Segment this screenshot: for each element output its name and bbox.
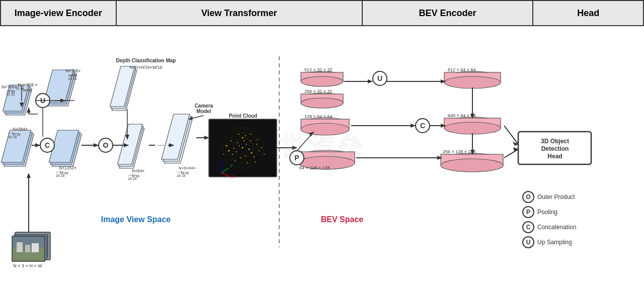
svg-point-114 bbox=[226, 145, 227, 147]
svg-text:Model: Model bbox=[197, 109, 211, 114]
main-container: Image-view Encoder View Transformer BEV … bbox=[0, 0, 644, 294]
svg-text:P: P bbox=[526, 209, 530, 216]
svg-text:—×—: —×— bbox=[177, 170, 186, 173]
head-title: Head bbox=[577, 8, 599, 19]
svg-text:C: C bbox=[420, 122, 425, 130]
image-view-space-label: Image View Space bbox=[101, 215, 171, 224]
svg-text:C: C bbox=[526, 224, 531, 231]
header-view-transformer: View Transformer bbox=[117, 1, 363, 25]
svg-text:256 × 32 × 32: 256 × 32 × 32 bbox=[304, 89, 333, 94]
svg-text:O: O bbox=[103, 141, 109, 149]
header-bar: Image-view Encoder View Transformer BEV … bbox=[0, 0, 644, 26]
svg-text:Head: Head bbox=[547, 153, 562, 160]
svg-text:—×—: —×— bbox=[8, 131, 17, 135]
svg-text:128 × 64 × 64: 128 × 64 × 64 bbox=[304, 114, 333, 119]
svg-text:Up Sampling: Up Sampling bbox=[537, 239, 572, 246]
svg-point-96 bbox=[242, 147, 244, 149]
svg-marker-49 bbox=[27, 108, 31, 113]
svg-point-101 bbox=[245, 155, 246, 156]
svg-point-107 bbox=[259, 150, 260, 151]
header-bev-encoder: BEV Encoder bbox=[363, 1, 533, 25]
svg-text:Depth Classification Map: Depth Classification Map bbox=[116, 58, 176, 63]
svg-point-162 bbox=[444, 76, 501, 88]
svg-point-102 bbox=[233, 148, 234, 149]
svg-rect-9 bbox=[32, 243, 39, 252]
view-transformer-title: View Transformer bbox=[201, 8, 277, 19]
svg-text:—×—: —×— bbox=[6, 88, 15, 92]
svg-rect-7 bbox=[17, 242, 23, 252]
svg-point-113 bbox=[261, 147, 262, 148]
svg-text:U: U bbox=[377, 74, 382, 82]
svg-text:32  32: 32 32 bbox=[6, 92, 15, 96]
svg-text:Pooling: Pooling bbox=[537, 209, 557, 216]
header-head: Head bbox=[533, 1, 643, 25]
svg-point-115 bbox=[255, 161, 256, 162]
svg-text:Y: Y bbox=[230, 163, 233, 168]
svg-point-120 bbox=[245, 135, 246, 136]
svg-text:3D Object: 3D Object bbox=[541, 138, 569, 145]
svg-point-105 bbox=[256, 144, 257, 145]
svg-text:—×—: —×— bbox=[68, 73, 77, 76]
svg-point-111 bbox=[237, 142, 238, 143]
svg-text:P: P bbox=[294, 154, 299, 162]
svg-point-124 bbox=[264, 154, 265, 155]
svg-point-97 bbox=[246, 144, 247, 145]
svg-text:16  16: 16 16 bbox=[56, 174, 65, 177]
svg-text:C: C bbox=[45, 141, 50, 149]
svg-point-170 bbox=[441, 159, 503, 172]
svg-point-99 bbox=[249, 149, 250, 150]
svg-point-117 bbox=[247, 162, 248, 163]
svg-text:512 × 64 × 64: 512 × 64 × 64 bbox=[448, 67, 476, 72]
svg-text:Outer Product: Outer Product bbox=[537, 193, 575, 201]
svg-text:Z: Z bbox=[220, 159, 223, 164]
diagram-svg: N × 3 × H × W N × 768 × H W — × — 32 32 … bbox=[0, 26, 644, 294]
svg-marker-47 bbox=[27, 173, 31, 178]
image-encoder-title: Image-view Encoder bbox=[15, 8, 102, 19]
svg-point-144 bbox=[301, 98, 343, 108]
header-image-encoder: Image-view Encoder bbox=[1, 1, 117, 25]
svg-text:Detection: Detection bbox=[541, 145, 569, 152]
svg-point-166 bbox=[444, 122, 501, 134]
svg-text:—×—: —×— bbox=[56, 170, 65, 173]
svg-text:Camera: Camera bbox=[195, 103, 213, 109]
svg-point-119 bbox=[238, 134, 239, 135]
svg-text:16  16: 16 16 bbox=[128, 177, 137, 180]
svg-marker-185 bbox=[411, 124, 416, 128]
n3hw-label: N × 3 × H × W bbox=[13, 263, 42, 268]
svg-point-148 bbox=[301, 123, 349, 135]
svg-point-123 bbox=[231, 140, 232, 141]
svg-text:O: O bbox=[526, 193, 530, 201]
svg-point-108 bbox=[232, 154, 233, 155]
svg-point-98 bbox=[236, 151, 237, 152]
svg-point-140 bbox=[301, 76, 343, 86]
svg-line-192 bbox=[504, 149, 518, 158]
svg-text:X: X bbox=[231, 174, 234, 179]
bev-encoder-title: BEV Encoder bbox=[419, 8, 476, 19]
svg-text:16  16: 16 16 bbox=[8, 135, 17, 139]
svg-text:Concatenation: Concatenation bbox=[537, 224, 576, 231]
bev-space-label: BEV Space bbox=[321, 215, 364, 224]
svg-line-194 bbox=[504, 126, 518, 144]
svg-point-110 bbox=[244, 140, 245, 141]
svg-text:···: ··· bbox=[157, 141, 164, 149]
svg-text:U: U bbox=[526, 239, 531, 246]
svg-point-100 bbox=[238, 145, 239, 146]
svg-text:—×—: —×— bbox=[128, 173, 137, 176]
svg-marker-54 bbox=[35, 143, 40, 147]
svg-text:16  16: 16 16 bbox=[68, 77, 77, 80]
svg-marker-137 bbox=[292, 146, 297, 150]
svg-text:Point Cloud: Point Cloud bbox=[229, 113, 257, 119]
svg-text:N×D×H/16×W/16: N×D×H/16×W/16 bbox=[130, 65, 163, 70]
svg-text:16  16: 16 16 bbox=[177, 174, 186, 177]
svg-point-109 bbox=[254, 156, 255, 157]
svg-point-122 bbox=[257, 139, 258, 140]
svg-text:512 × 32 × 32: 512 × 32 × 32 bbox=[304, 67, 333, 72]
svg-marker-179 bbox=[368, 79, 373, 83]
svg-text:64 × 128 × 128: 64 × 128 × 128 bbox=[299, 165, 330, 170]
svg-rect-8 bbox=[25, 245, 30, 252]
